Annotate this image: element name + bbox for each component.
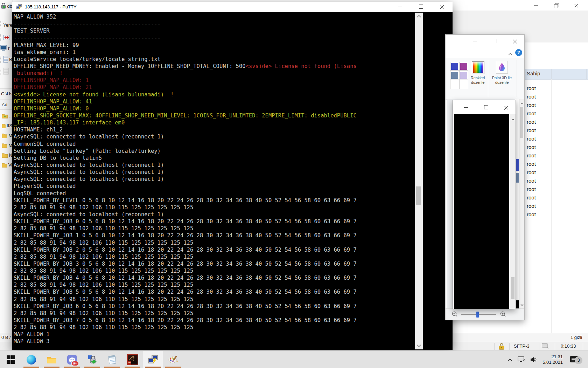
scroll-down-icon[interactable] [519,302,524,308]
paint-close-button[interactable] [510,38,520,45]
scroll-up-icon[interactable] [519,100,524,106]
taskbar-edge[interactable] [21,351,41,368]
local-file-row[interactable]: Vi [0,160,12,170]
remote-file-row[interactable]: root [527,101,536,109]
document-icon [3,56,8,63]
folder-icon [2,133,7,138]
local-file-row[interactable]: .. [0,111,12,121]
column-divider[interactable] [551,69,552,79]
remote-file-row[interactable]: root [527,93,536,101]
status-duration: 0:10:33 [561,343,576,349]
putty-close-button[interactable] [437,3,447,10]
help-icon[interactable]: ? [515,49,522,56]
action-center-button[interactable]: 3 [570,355,579,364]
remote-file-row[interactable]: root [527,202,536,210]
column-header-owner[interactable]: Sahip [527,70,540,76]
column-header-name[interactable]: Ad [0,100,14,110]
putty-maximize-button[interactable] [416,3,426,10]
taskbar-explorer[interactable] [42,351,62,368]
edit-colors-button[interactable]: Renkleri düzenle [468,60,488,97]
color-swatch-purple[interactable] [460,62,468,70]
local-path-bar[interactable]: C:\Us [0,88,13,100]
folder-icon [2,113,8,118]
paint-minimize-button[interactable] [469,38,480,45]
putty-minimize-button[interactable] [395,3,405,10]
terminal-line: <svside> License not found (Lisans bulun… [14,91,414,98]
terminal-line: 2 82 85 88 91 94 98 102 106 110 115 125 … [14,296,414,303]
remote-file-row[interactable]: root [527,118,536,126]
folder-icon [2,162,7,168]
volume-icon[interactable] [530,356,538,363]
winscp-close-button[interactable] [573,2,580,8]
document-item[interactable]: B [0,55,12,64]
column-divider[interactable] [586,69,587,79]
putty-titlebar[interactable]: 185.118.143.117 - PuTTY [12,2,453,12]
paint-maximize-button[interactable] [490,38,500,45]
scroll-up-icon[interactable] [415,13,422,19]
winscp-minimize-button[interactable] [533,2,539,8]
color-swatch-steel[interactable] [450,71,459,80]
remote-file-list: rootrootrootrootrootrootrootrootrootroot… [527,84,536,219]
terminal2-maximize-button[interactable] [481,104,491,111]
remote-file-row[interactable]: root [527,160,536,168]
clock-date: 5.01.2021 [542,360,563,365]
start-button[interactable] [1,351,21,368]
remote-file-row[interactable]: root [527,210,536,219]
terminal2-close-button[interactable] [501,104,512,111]
taskbar-discord[interactable]: 9+ [62,351,82,368]
terminal-line: SKILL_POWER_BY_JOB 5 0 5 6 8 10 12 14 16… [14,289,414,296]
scrollbar-thumb[interactable] [520,107,523,138]
remote-session-item[interactable]: r [0,43,12,53]
paint-vscrollbar[interactable] [519,99,524,309]
terminal2-minimize-button[interactable] [461,104,471,111]
paint-titlebar[interactable] [446,35,524,48]
terminal2-scrollbar[interactable] [510,114,516,309]
scroll-down-icon[interactable] [415,343,422,349]
terminal-line: OFFLINSHOP_MAP_ALLOW: 21 [14,84,414,91]
network-icon[interactable] [517,356,526,363]
remote-file-row[interactable]: root [527,168,536,177]
tray-clock[interactable]: 21:31 5.01.2021 [542,354,563,365]
remote-file-row[interactable]: root [527,84,536,93]
local-file-row[interactable]: M [0,140,12,150]
remote-file-row[interactable]: root [527,143,536,151]
tray-expand-icon[interactable] [507,356,512,363]
terminal2-titlebar[interactable] [453,100,516,114]
taskbar-putty-active[interactable] [143,351,163,368]
remote-file-row[interactable]: root [527,109,536,118]
remote-file-row[interactable]: root [527,126,536,135]
local-file-row[interactable]: IIS [0,121,12,130]
local-file-row[interactable]: N [0,150,12,160]
remote-file-row[interactable]: root [527,135,536,143]
compare-button[interactable] [0,33,12,42]
terminal2-content[interactable] [454,114,509,309]
session-tab[interactable]: db [0,1,12,11]
taskbar-notepad[interactable] [102,351,122,368]
local-file-row[interactable]: M [0,130,12,140]
remote-file-row[interactable]: root [527,185,536,193]
zoom-in-icon[interactable] [500,311,506,317]
winscp-restore-button[interactable] [553,2,559,8]
edit-with-paint3d-button[interactable]: Paint 3D ile düzenle [490,60,514,97]
scrollbar-thumb[interactable] [511,277,514,299]
edge-icon [27,355,36,364]
terminal-line: PLAYER_MAX_LEVEL: 99 [14,42,414,49]
remote-file-row[interactable]: root [527,193,536,202]
scrollbar-thumb[interactable] [416,186,421,205]
putty-scrollbar[interactable] [415,13,423,349]
taskbar-paint[interactable] [163,351,183,368]
drive-selector[interactable]: Yere [0,20,12,29]
color-swatch-white[interactable] [450,80,459,89]
taskbar-winscp[interactable] [82,351,102,368]
terminal-line: 2 82 85 88 91 94 98 102 106 110 115 125 … [14,204,414,211]
scroll-up-icon[interactable] [510,116,516,122]
terminal-line: SKILL_POWER_BY_JOB 4 0 5 6 8 10 12 14 16… [14,275,414,282]
remote-file-row[interactable]: root [527,177,536,185]
terminal-text[interactable]: MAP ALLOW 352---------------------------… [14,14,414,350]
ribbon-collapse-icon[interactable] [508,50,512,57]
color-swatch-blue[interactable] [450,62,459,70]
zoom-out-icon[interactable] [452,311,458,317]
zoom-slider-thumb[interactable] [476,312,479,318]
remote-file-row[interactable]: root [527,151,536,160]
taskbar-game[interactable] [122,351,142,368]
